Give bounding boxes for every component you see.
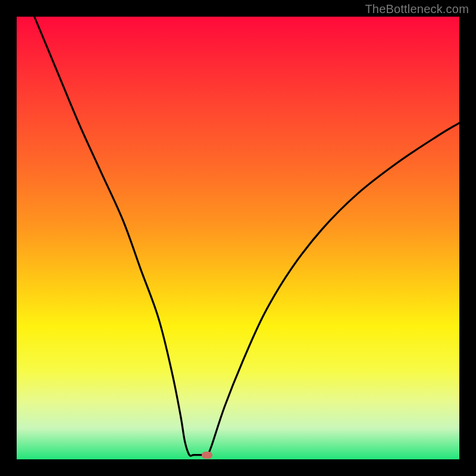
chart-frame: TheBottleneck.com bbox=[0, 0, 476, 476]
optimal-point-marker bbox=[202, 452, 212, 459]
plot-area bbox=[17, 17, 459, 459]
bottleneck-curve bbox=[17, 17, 459, 459]
watermark-text: TheBottleneck.com bbox=[365, 2, 469, 16]
